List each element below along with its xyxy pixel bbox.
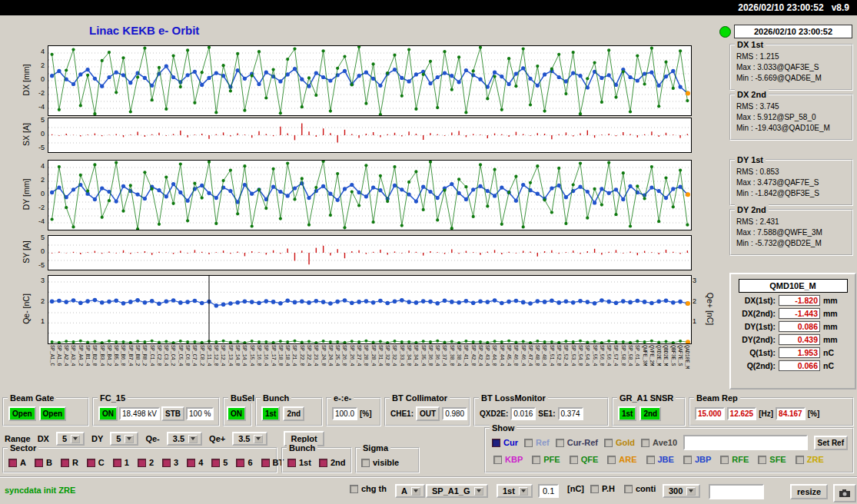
gr-snsr-2nd-button[interactable]: 2nd <box>639 406 661 421</box>
device-select[interactable]: SP_A1_G <box>426 484 488 498</box>
sigma-visible-checkbox[interactable]: visible <box>361 458 399 467</box>
sector-checkbox-4[interactable]: 4 <box>187 458 203 467</box>
klystron-select[interactable]: A <box>395 484 425 498</box>
chart-sy[interactable] <box>48 235 692 270</box>
x-axis-label: SP_53_4 <box>570 345 575 366</box>
chart-q[interactable] <box>48 275 692 344</box>
y-tick-label: 2 <box>26 61 45 69</box>
bunch-checkbox-2nd[interactable]: 2nd <box>319 458 346 467</box>
chart-dx[interactable] <box>48 45 692 116</box>
monitor-title: QMD10E_M <box>739 279 848 293</box>
ee-ratio-value: 100.0 <box>332 407 357 420</box>
fc15-stb-button[interactable]: STB <box>161 406 184 421</box>
show-pfe-checkbox[interactable]: PFE <box>532 455 560 464</box>
x-axis-label: SP_A2_4 <box>63 345 68 366</box>
checkbox-indicator <box>570 456 578 464</box>
aux-input[interactable] <box>709 484 764 499</box>
show-zre-checkbox[interactable]: ZRE <box>796 455 824 464</box>
range-qe-minus-select[interactable]: 3.5 <box>167 432 202 446</box>
resize-button[interactable]: resize <box>790 484 828 499</box>
sector-checkbox-2[interactable]: 2 <box>138 458 154 467</box>
conti-checkbox[interactable]: conti <box>624 484 656 493</box>
y-tick-label-right: 1 <box>693 317 708 325</box>
y-tick-label: 3 <box>26 277 45 284</box>
show-jbe-checkbox[interactable]: JBE <box>646 455 674 464</box>
x-axis-label: SP_52_0 <box>556 345 561 366</box>
chart-sx[interactable] <box>48 118 692 153</box>
checkbox-label: PFE <box>543 455 560 464</box>
stat-box-dx-2nd: DX 2ndRMS : 3.745Max : 5.912@SP_58_0Min … <box>729 94 853 141</box>
range-dy-select[interactable]: 5 <box>110 432 138 446</box>
stat-box-title: DX 2nd <box>735 89 769 100</box>
sector-checkbox-a[interactable]: A <box>8 458 26 467</box>
x-axis-label: SP_38_4 <box>456 345 461 366</box>
set-ref-button[interactable]: Set Ref <box>814 436 848 450</box>
beam-gate-open-button-b[interactable]: Open <box>39 406 67 421</box>
che1-value: 0.980 <box>442 407 467 420</box>
sector-checkbox-5[interactable]: 5 <box>211 458 228 467</box>
ph-checkbox[interactable]: P.H <box>590 484 615 493</box>
stat-line: RMS : 1.215 <box>736 52 852 61</box>
y-tick-label: 1 <box>26 317 45 325</box>
stat-line: Max : 3.033@QAF3E_S <box>736 63 852 71</box>
chg-th-checkbox[interactable]: chg th <box>350 484 387 493</box>
show-ave10-checkbox[interactable]: Ave10 <box>641 438 677 447</box>
show-kbp-checkbox[interactable]: KBP <box>493 455 523 464</box>
bunch-1st-button[interactable]: 1st <box>261 406 280 421</box>
checkbox-indicator <box>604 439 613 447</box>
show-are-checkbox[interactable]: ARE <box>607 455 636 464</box>
show-cur-checkbox[interactable]: Cur <box>492 438 518 447</box>
x-axis-label: SP_37_4 <box>441 345 447 366</box>
sector-checkbox-6[interactable]: 6 <box>236 458 252 467</box>
fc15-on-button[interactable]: ON <box>98 406 118 421</box>
chevron-down-icon <box>686 487 696 496</box>
sector-checkbox-bt[interactable]: BT <box>261 458 284 467</box>
show-ref-checkbox[interactable]: Ref <box>524 438 550 447</box>
klystron-value: A <box>401 486 407 496</box>
beam-gate-open-button-a[interactable]: Open <box>8 406 36 421</box>
show-rfe-checkbox[interactable]: RFE <box>720 455 749 464</box>
show-sfe-checkbox[interactable]: SFE <box>758 455 786 464</box>
checkbox-indicator <box>758 456 766 464</box>
checkbox-label: visible <box>373 458 399 467</box>
chevron-down-icon <box>474 487 483 496</box>
bunch-2nd-button[interactable]: 2nd <box>283 406 304 421</box>
range-dx-select[interactable]: 5 <box>56 432 85 446</box>
checkbox-label: JBP <box>695 455 711 464</box>
x-axis-label: SP_12_0 <box>213 345 218 366</box>
show-cur-ref-checkbox[interactable]: Cur-Ref <box>556 438 598 447</box>
y-tick-label: 0 <box>26 190 45 197</box>
x-axis-label: SP_A1_C <box>48 345 54 366</box>
bunch-number-select[interactable]: 1st <box>497 484 533 498</box>
x-axis-label: SP_31_4 <box>377 345 382 366</box>
device-value: SP_A1_G <box>432 486 470 496</box>
sector-checkbox-3[interactable]: 3 <box>162 458 178 467</box>
chart-dy[interactable] <box>48 160 692 230</box>
sector-checkbox-r[interactable]: R <box>61 458 78 467</box>
x-axis-labels: SP_A1_CSP_A1_GSP_A2_4SP_A3_4SP_A4_2SP_B1… <box>48 345 690 394</box>
x-axis-label: SP_43_4 <box>484 345 490 366</box>
stat-line: Max : 3.473@QAF7E_S <box>736 178 852 187</box>
y-tick-label: -4 <box>26 217 45 225</box>
sector-checkbox-b[interactable]: B <box>35 458 52 467</box>
bunch-checkbox-1st[interactable]: 1st <box>287 458 311 467</box>
show-qfe-checkbox[interactable]: QFE <box>570 455 599 464</box>
points-select[interactable]: 300 <box>663 484 700 498</box>
y-tick-label: 4 <box>26 48 45 55</box>
x-axis-label: SP_55_4 <box>591 345 596 366</box>
sector-checkbox-1[interactable]: 1 <box>113 458 129 467</box>
qxd2e-value: 0.016 <box>510 407 536 420</box>
range-qe-plus-select[interactable]: 3.5 <box>232 432 267 446</box>
gr-snsr-1st-button[interactable]: 1st <box>618 406 636 421</box>
status-led-icon <box>719 26 731 38</box>
threshold-value[interactable]: 0.1 <box>538 484 559 498</box>
sector-checkbox-c[interactable]: C <box>87 458 105 467</box>
ref-name-input[interactable] <box>683 435 807 450</box>
busel-on-button[interactable]: ON <box>227 406 246 421</box>
show-jbp-checkbox[interactable]: JBP <box>683 455 711 464</box>
camera-button[interactable] <box>833 484 856 502</box>
che1-out-button[interactable]: OUT <box>416 406 440 421</box>
show-gold-checkbox[interactable]: Gold <box>604 438 635 447</box>
conti-label: conti <box>636 484 656 493</box>
y-tick-label: 0 <box>26 75 45 83</box>
